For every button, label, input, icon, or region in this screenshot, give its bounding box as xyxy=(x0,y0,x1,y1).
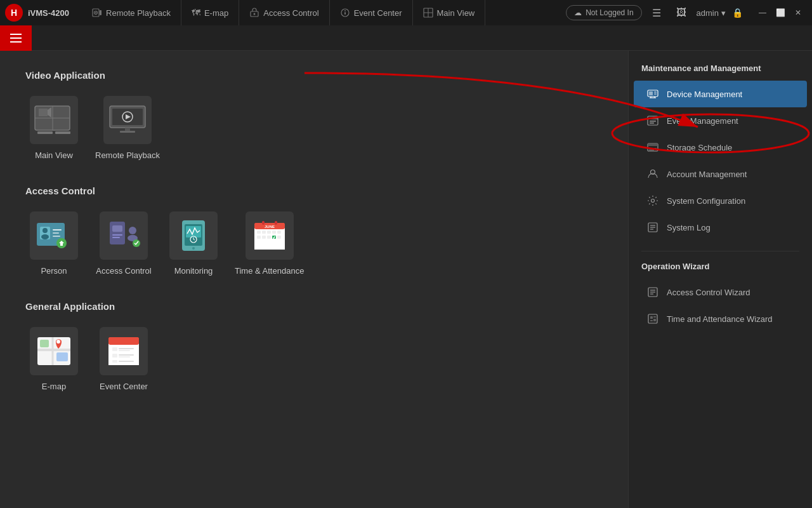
right-panel: Maintenance and Management Device Manage… xyxy=(628,51,812,508)
menu-bar xyxy=(0,25,812,51)
svg-point-100 xyxy=(652,199,655,203)
lock-icon[interactable]: 🔒 xyxy=(731,6,743,19)
svg-rect-59 xyxy=(267,231,271,234)
system-configuration-label: System Configuration xyxy=(667,196,745,206)
svg-rect-81 xyxy=(119,356,130,358)
svg-point-41 xyxy=(129,227,136,234)
maximize-button[interactable]: ⬜ xyxy=(771,4,789,22)
access-control-wizard-icon xyxy=(646,286,659,298)
access-control-label: Access Control xyxy=(96,266,151,276)
remote-playback-icon xyxy=(92,8,102,18)
svg-rect-70 xyxy=(40,340,49,347)
system-configuration-item[interactable]: System Configuration xyxy=(634,187,807,214)
svg-rect-34 xyxy=(53,236,60,237)
emap-item[interactable]: E-map xyxy=(25,327,82,391)
title-bar-right: ☁ Not Logged In ☰ 🖼 admin ▾ 🔒 — ⬜ ✕ xyxy=(566,4,807,22)
access-control-wizard-label: Access Control Wizard xyxy=(667,288,750,297)
user-dropdown-icon: ▾ xyxy=(721,8,726,18)
svg-rect-109 xyxy=(648,314,657,323)
time-attendance-item[interactable]: JUNE xyxy=(235,211,304,276)
storage-schedule-label: Storage Schedule xyxy=(667,143,732,152)
video-application-title: Video Application xyxy=(25,70,603,81)
svg-point-31 xyxy=(41,234,49,239)
svg-rect-40 xyxy=(112,237,120,238)
main-view-label: Main View xyxy=(35,150,73,160)
maintenance-title: Maintenance and Management xyxy=(629,64,812,81)
hamburger-button[interactable] xyxy=(0,25,32,51)
event-center-label: Event Center xyxy=(100,382,148,391)
svg-rect-110 xyxy=(650,316,653,319)
svg-point-30 xyxy=(43,228,48,233)
svg-rect-57 xyxy=(257,231,261,234)
system-log-label: System Log xyxy=(667,223,710,232)
title-bar-nav: Remote Playback 🗺 E-map Access Control E… xyxy=(82,0,561,25)
time-attendance-wizard-item[interactable]: Time and Attendance Wizard xyxy=(634,305,807,332)
person-label: Person xyxy=(41,266,67,276)
nav-main-view[interactable]: Main View xyxy=(413,0,486,25)
user-area[interactable]: admin ▾ xyxy=(697,8,726,18)
storage-schedule-icon xyxy=(646,141,659,154)
nav-emap[interactable]: 🗺 E-map xyxy=(181,0,239,25)
svg-rect-18 xyxy=(37,131,53,134)
main-view-nav-icon xyxy=(423,8,433,18)
window-controls: — ⬜ ✕ xyxy=(754,4,807,22)
svg-rect-75 xyxy=(108,337,139,345)
svg-rect-60 xyxy=(272,231,276,234)
system-log-item[interactable]: System Log xyxy=(634,214,807,241)
time-attendance-svg: JUNE xyxy=(249,217,290,255)
svg-text:JUNE: JUNE xyxy=(265,225,275,229)
svg-rect-79 xyxy=(112,354,117,358)
access-control-wizard-item[interactable]: Access Control Wizard xyxy=(634,279,807,305)
svg-rect-64 xyxy=(267,236,271,239)
username-label: admin xyxy=(697,8,719,18)
nav-event-center[interactable]: Event Center xyxy=(330,0,413,25)
event-center-svg xyxy=(103,332,144,370)
account-management-item[interactable]: Account Management xyxy=(634,161,807,187)
device-management-label: Device Management xyxy=(667,90,742,99)
menu-list-button[interactable]: ☰ xyxy=(647,4,666,22)
event-management-label: Event Management xyxy=(667,116,738,126)
device-management-item[interactable]: Device Management xyxy=(634,81,807,107)
event-center-icon-box xyxy=(100,327,148,375)
main-content: Video Application Main xyxy=(0,51,812,508)
event-center-item[interactable]: Event Center xyxy=(95,327,152,391)
person-svg xyxy=(34,217,74,255)
svg-rect-56 xyxy=(275,221,277,225)
account-management-icon xyxy=(646,168,659,180)
access-control-item[interactable]: Access Control xyxy=(95,211,152,276)
person-item[interactable]: Person xyxy=(25,211,82,276)
main-view-item[interactable]: Main View xyxy=(25,96,82,160)
svg-rect-82 xyxy=(112,360,117,363)
monitoring-item[interactable]: Monitoring xyxy=(165,211,222,276)
device-management-icon xyxy=(646,88,659,100)
svg-rect-37 xyxy=(110,222,125,244)
photo-button[interactable]: 🖼 xyxy=(671,4,691,21)
svg-rect-38 xyxy=(112,225,122,232)
title-bar: H iVMS-4200 Remote Playback 🗺 E-map Acce… xyxy=(0,0,812,25)
svg-rect-112 xyxy=(653,316,656,318)
nav-remote-playback[interactable]: Remote Playback xyxy=(82,0,181,25)
not-logged-label: Not Logged In xyxy=(586,8,633,17)
svg-rect-76 xyxy=(112,347,117,351)
time-attendance-label: Time & Attendance xyxy=(235,266,304,276)
close-button[interactable]: ✕ xyxy=(789,4,807,22)
not-logged-button[interactable]: ☁ Not Logged In xyxy=(566,5,641,20)
remote-playback-label: Remote Playback xyxy=(95,150,160,160)
main-view-svg xyxy=(34,101,74,139)
nav-access-control[interactable]: Access Control xyxy=(239,0,329,25)
svg-point-71 xyxy=(56,340,60,344)
event-center-nav-icon xyxy=(340,8,350,18)
storage-schedule-item[interactable]: Storage Schedule xyxy=(634,134,807,161)
general-application-grid: E-map xyxy=(25,327,603,391)
access-control-title: Access Control xyxy=(25,185,603,196)
svg-rect-96 xyxy=(648,144,658,146)
general-application-title: General Application xyxy=(25,301,603,312)
monitoring-icon-box xyxy=(169,211,218,260)
remote-playback-item[interactable]: Remote Playback xyxy=(95,96,160,160)
minimize-button[interactable]: — xyxy=(754,4,771,22)
event-management-item[interactable]: Event Management xyxy=(634,107,807,134)
emap-nav-icon: 🗺 xyxy=(192,8,200,18)
svg-rect-85 xyxy=(649,91,653,95)
svg-rect-111 xyxy=(650,320,653,321)
svg-point-7 xyxy=(344,10,346,11)
